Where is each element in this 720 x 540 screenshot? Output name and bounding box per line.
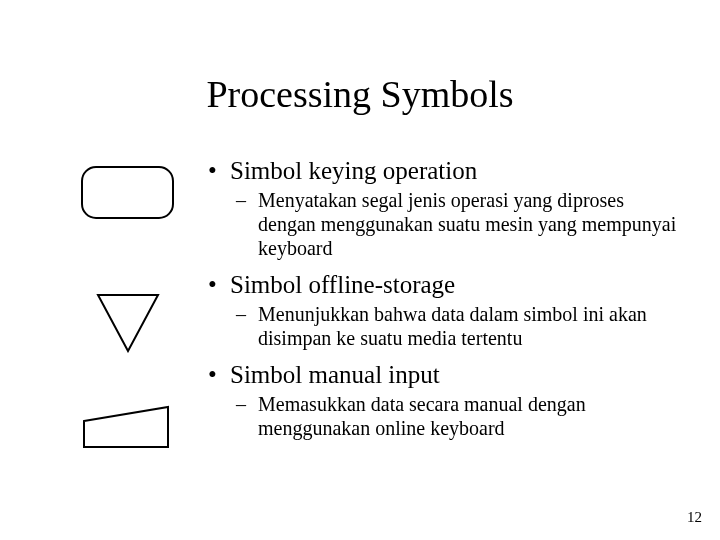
page-number: 12: [687, 509, 702, 526]
bullet-keying-operation: Simbol keying operation: [208, 156, 678, 186]
subbullet-keying-operation: Menyatakan segal jenis operasi yang dipr…: [208, 188, 678, 260]
svg-rect-0: [82, 167, 173, 218]
subbullet-offline-storage: Menunjukkan bahwa data dalam simbol ini …: [208, 302, 678, 350]
subbullet-manual-input: Memasukkan data secara manual dengan men…: [208, 392, 678, 440]
slide-title: Processing Symbols: [0, 72, 720, 116]
svg-marker-1: [98, 295, 158, 351]
slide-body: Simbol keying operation Menyatakan segal…: [208, 156, 678, 450]
keying-operation-symbol: [80, 165, 175, 220]
svg-marker-2: [84, 407, 168, 447]
bullet-manual-input: Simbol manual input: [208, 360, 678, 390]
bullet-offline-storage: Simbol offline-storage: [208, 270, 678, 300]
slide: Processing Symbols Simbol keying operati…: [0, 0, 720, 540]
offline-storage-symbol: [96, 293, 160, 353]
manual-input-symbol: [82, 405, 170, 449]
